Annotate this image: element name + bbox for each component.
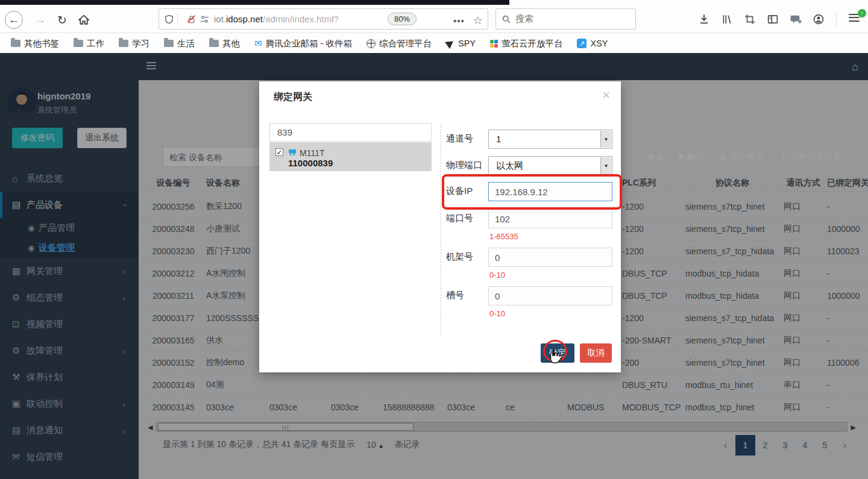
bookmark-item[interactable]: 其他书签 bbox=[11, 38, 59, 49]
bookmarks-bar: 其他书签工作学习生活其他✉腾讯企业邮箱 - 收件箱综合管理平台SPY萤石云开放平… bbox=[0, 34, 868, 53]
xsy-icon: ↗ bbox=[577, 39, 587, 48]
folder-icon bbox=[119, 40, 128, 47]
cursor-hand-icon bbox=[547, 348, 563, 368]
home-button[interactable] bbox=[75, 11, 93, 29]
browser-toolbar: ← → ↻ iot.idosp.net/admin/index.html? 80… bbox=[0, 5, 868, 33]
divider bbox=[177, 13, 178, 25]
search-placeholder: 搜索 bbox=[515, 13, 533, 25]
ezviz-icon bbox=[490, 40, 498, 48]
tracking-shield-icon[interactable] bbox=[165, 14, 174, 24]
divider bbox=[441, 123, 441, 335]
modal-title: 绑定网关 bbox=[274, 91, 312, 104]
bookmark-item[interactable]: 萤石云开放平台 bbox=[490, 38, 563, 49]
bookmark-label: 综合管理平台 bbox=[379, 38, 432, 49]
annotation-highlight-box bbox=[442, 174, 622, 210]
bookmark-label: 生活 bbox=[177, 38, 195, 49]
bookmark-label: 其他书签 bbox=[24, 38, 59, 49]
library-icon[interactable] bbox=[722, 14, 732, 25]
bookmark-item[interactable]: 其他 bbox=[209, 38, 240, 49]
field-select[interactable]: 1▼ bbox=[488, 130, 612, 149]
gateway-search-input[interactable] bbox=[269, 123, 432, 142]
gateway-id: 110000839 bbox=[288, 158, 333, 168]
search-icon bbox=[502, 15, 511, 23]
field-label: 槽号 bbox=[446, 290, 464, 301]
field-hint: 0-10 bbox=[489, 271, 505, 280]
field-input[interactable] bbox=[488, 209, 612, 228]
bookmark-item[interactable]: ✉腾讯企业邮箱 - 收件箱 bbox=[254, 38, 352, 49]
screen: ← → ↻ iot.idosp.net/admin/index.html? 80… bbox=[0, 0, 868, 479]
checkbox-checked[interactable]: ✓ bbox=[275, 148, 283, 156]
search-bar[interactable]: 搜索 bbox=[495, 8, 636, 30]
field-hint: 1-65535 bbox=[489, 232, 518, 241]
field-label: 通道号 bbox=[446, 133, 473, 145]
window-titlebar bbox=[0, 0, 509, 5]
bind-gateway-modal: 绑定网关 × ✓ M111T 110000839 通道号1▼物理端口以太网▼设备… bbox=[259, 81, 621, 372]
bookmark-label: 萤石云开放平台 bbox=[502, 38, 563, 49]
folder-icon bbox=[164, 40, 174, 47]
page-actions-icon[interactable]: ••• bbox=[453, 16, 465, 26]
field-input[interactable] bbox=[488, 286, 612, 305]
select-value: 1 bbox=[496, 134, 501, 144]
url-bar[interactable]: iot.idosp.net/admin/index.html? 80% ••• … bbox=[159, 8, 488, 30]
chevron-down-icon[interactable]: ▼ bbox=[600, 157, 611, 174]
screenshot-icon[interactable] bbox=[744, 14, 755, 25]
gateway-name: M111T bbox=[300, 148, 325, 158]
zoom-level-badge[interactable]: 80% bbox=[388, 13, 417, 25]
bookmark-star-icon[interactable]: ☆ bbox=[473, 14, 483, 27]
bookmark-label: 学习 bbox=[132, 38, 149, 49]
gateway-device-icon bbox=[288, 148, 297, 158]
field-select[interactable]: 以太网▼ bbox=[488, 156, 612, 175]
bookmark-label: SPY bbox=[458, 39, 476, 48]
globe-icon bbox=[366, 39, 376, 48]
folder-icon bbox=[11, 40, 20, 47]
chevron-down-icon[interactable]: ▼ bbox=[600, 131, 611, 148]
field-label: 端口号 bbox=[446, 213, 473, 224]
bookmark-item[interactable]: SPY bbox=[446, 39, 476, 48]
spy-icon bbox=[445, 38, 456, 49]
sidebar-toggle-icon[interactable] bbox=[767, 14, 778, 25]
home-icon bbox=[78, 14, 89, 25]
field-input[interactable] bbox=[488, 248, 612, 267]
url-text[interactable]: iot.idosp.net/admin/index.html? bbox=[214, 14, 339, 24]
bookmark-item[interactable]: 工作 bbox=[74, 38, 104, 49]
field-label: 物理端口 bbox=[446, 160, 482, 171]
bookmark-label: 腾讯企业邮箱 - 收件箱 bbox=[266, 38, 352, 49]
bookmark-item[interactable]: 生活 bbox=[164, 38, 195, 49]
update-badge: ↑ bbox=[858, 9, 866, 17]
reload-button[interactable]: ↻ bbox=[53, 11, 71, 29]
bookmark-item[interactable]: 综合管理平台 bbox=[366, 38, 432, 49]
bookmark-item[interactable]: 学习 bbox=[119, 38, 149, 49]
bookmark-label: 其他 bbox=[222, 38, 240, 49]
folder-icon bbox=[74, 40, 83, 47]
cancel-button[interactable]: 取消 bbox=[580, 343, 612, 363]
exmail-icon: ✉ bbox=[254, 38, 262, 49]
folder-icon bbox=[209, 40, 219, 47]
field-label: 机架号 bbox=[446, 251, 473, 263]
account-icon[interactable] bbox=[813, 14, 824, 25]
back-button[interactable]: ← bbox=[5, 11, 23, 29]
field-hint: 0-10 bbox=[489, 309, 505, 318]
select-value: 以太网 bbox=[496, 160, 523, 172]
bookmark-label: 工作 bbox=[87, 38, 104, 49]
bookmark-label: XSY bbox=[590, 39, 608, 48]
browser-chrome: ← → ↻ iot.idosp.net/admin/index.html? 80… bbox=[0, 0, 868, 53]
close-icon[interactable]: × bbox=[602, 87, 610, 103]
bookmark-item[interactable]: ↗XSY bbox=[577, 39, 608, 48]
downloads-icon[interactable] bbox=[699, 14, 709, 25]
messages-icon[interactable] bbox=[790, 14, 801, 25]
web-page: ⌂ hignton2019 系统管理员 修改密码 退出系统 ⌂系统总览▤产品设备… bbox=[0, 53, 868, 479]
menu-icon[interactable]: ↑ bbox=[849, 14, 862, 25]
permissions-icon[interactable] bbox=[200, 15, 209, 23]
forward-button[interactable]: → bbox=[31, 11, 49, 29]
gateway-list-item[interactable]: ✓ M111T 110000839 bbox=[269, 142, 432, 171]
insecure-lock-icon[interactable] bbox=[187, 14, 196, 24]
divider bbox=[836, 13, 837, 26]
